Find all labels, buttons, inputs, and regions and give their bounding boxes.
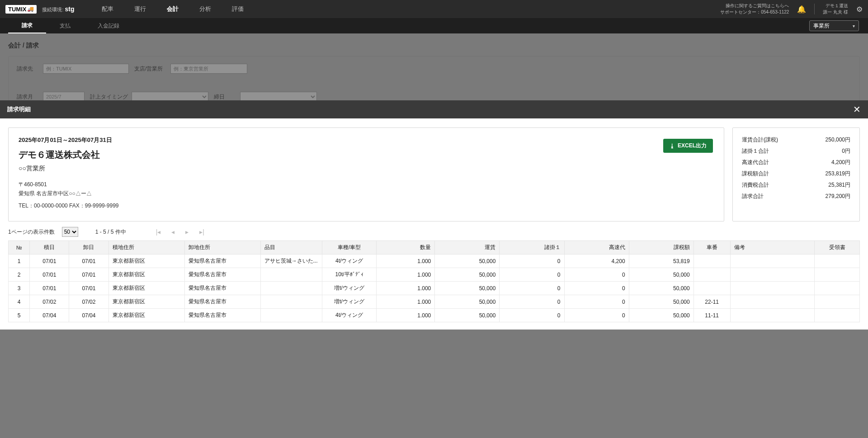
user-name: 源一 丸夫 様 (823, 9, 848, 15)
office-dropdown[interactable]: 事業所 ▾ (809, 20, 859, 31)
date-range: 2025年07月01日～2025年07月31日 (19, 136, 714, 144)
total-value: 25,381円 (828, 181, 850, 189)
cell-tax: 50,000 (629, 309, 693, 322)
cell-unload: 07/01 (69, 254, 108, 268)
tab-nyukin[interactable]: 入金記録 (84, 18, 133, 33)
cell-note (730, 268, 815, 282)
nav-haisha[interactable]: 配車 (102, 5, 113, 13)
table-row[interactable]: 207/0107/01東京都新宿区愛知県名古屋市10t/平ﾎﾞﾃﾞｨ1.0005… (9, 268, 860, 282)
cell-rcpt (815, 282, 860, 295)
office-dropdown-label: 事業所 (813, 22, 830, 30)
col-car: 車種/車型 (322, 241, 376, 254)
support-info: 操作に関するご質問はこちらへ サポートセンター：054-653-1122 (720, 3, 789, 15)
cell-from: 東京都新宿区 (108, 309, 184, 322)
cell-toll: 0 (564, 309, 629, 322)
subbar-right: 事業所 ▾ (809, 20, 859, 31)
total-label: 請求合計 (742, 193, 764, 200)
total-value: 0円 (842, 147, 850, 155)
env-value: stg (65, 5, 75, 13)
cell-note (730, 282, 815, 295)
cell-ext: 0 (500, 254, 564, 268)
cell-item (260, 295, 322, 309)
env-text: 接続環境: (42, 7, 65, 12)
cell-note (730, 295, 815, 309)
cell-qty: 1.000 (376, 254, 434, 268)
total-row: 高速代合計4,200円 (742, 157, 850, 168)
topbar: TUMIX 🚚 接続環境: stg 配車 運行 会計 分析 評価 操作に関するご… (0, 0, 868, 18)
col-no: № (9, 241, 30, 254)
total-label: 課税額合計 (742, 170, 769, 178)
cell-plate: 11-11 (693, 309, 730, 322)
nav-kaikei[interactable]: 会計 (167, 5, 179, 13)
total-row: 課税額合計253,819円 (742, 168, 850, 179)
excel-export-button[interactable]: ⭳ EXCEL出力 (663, 139, 713, 153)
cell-ext: 0 (500, 295, 564, 309)
pager-range: 1 - 5 / 5 件中 (95, 228, 126, 236)
cell-unload: 07/02 (69, 295, 108, 309)
table-row[interactable]: 407/0207/02東京都新宿区愛知県名古屋市増t/ウィング1.00050,0… (9, 295, 860, 309)
pager-first-icon[interactable]: |◂ (156, 228, 161, 235)
cell-note (730, 309, 815, 322)
pager-next-icon[interactable]: ▸ (185, 228, 189, 235)
cell-tax: 50,000 (629, 295, 693, 309)
cell-qty: 1.000 (376, 295, 434, 309)
per-page-select[interactable]: 50 (62, 227, 78, 237)
col-load: 積日 (30, 241, 69, 254)
per-page-label: 1ページの表示件数 (8, 228, 55, 236)
address-block: 〒460-8501 愛知県 名古屋市中区○○△ー△ TEL：00-0000-00… (19, 180, 714, 210)
table-head: № 積日 卸日 積地住所 卸地住所 品目 車種/車型 数量 運賃 諸掛１ 高速代… (9, 241, 860, 254)
cell-to: 愛知県名古屋市 (184, 295, 260, 309)
tab-shiharai[interactable]: 支払 (46, 18, 84, 33)
total-row: 消費税合計25,381円 (742, 179, 850, 191)
logo-text: TUMIX (8, 6, 26, 13)
col-to: 卸地住所 (184, 241, 260, 254)
table-row[interactable]: 507/0407/04東京都新宿区愛知県名古屋市4t/ウィング1.00050,0… (9, 309, 860, 322)
table-row[interactable]: 307/0107/01東京都新宿区愛知県名古屋市増t/ウィング1.00050,0… (9, 282, 860, 295)
cell-load: 07/01 (30, 282, 69, 295)
cell-ext: 0 (500, 268, 564, 282)
cell-plate (693, 268, 730, 282)
cell-car: 4t/ウィング (322, 254, 376, 268)
subbar: 請求 支払 入金記録 事業所 ▾ (0, 18, 868, 33)
pager-prev-icon[interactable]: ◂ (171, 228, 175, 235)
cell-rcpt (815, 268, 860, 282)
cell-item: アサヒ茨城→さいた... (260, 254, 322, 268)
topbar-right: 操作に関するご質問はこちらへ サポートセンター：054-653-1122 🔔 デ… (720, 3, 863, 15)
cell-to: 愛知県名古屋市 (184, 254, 260, 268)
cell-qty: 1.000 (376, 282, 434, 295)
nav-unko[interactable]: 運行 (134, 5, 146, 13)
cell-no: 4 (9, 295, 30, 309)
telfax: TEL：00-0000-0000 FAX：99-9999-9999 (19, 201, 714, 210)
nav-bunseki[interactable]: 分析 (199, 5, 211, 13)
modal-header: 請求明細 ✕ (0, 100, 868, 118)
nav-hyoka[interactable]: 評価 (232, 5, 244, 13)
close-icon[interactable]: ✕ (853, 104, 861, 115)
cell-item (260, 282, 322, 295)
col-toll: 高速代 (564, 241, 629, 254)
env-label: 接続環境: stg (42, 5, 74, 13)
table-row[interactable]: 107/0107/01東京都新宿区愛知県名古屋市アサヒ茨城→さいた...4t/ウ… (9, 254, 860, 268)
pager-last-icon[interactable]: ▸| (199, 228, 204, 235)
cell-unload: 07/01 (69, 282, 108, 295)
table-body: 107/0107/01東京都新宿区愛知県名古屋市アサヒ茨城→さいた...4t/ウ… (9, 254, 860, 322)
cell-from: 東京都新宿区 (108, 295, 184, 309)
cell-toll: 4,200 (564, 254, 629, 268)
cell-toll: 0 (564, 268, 629, 282)
cell-fare: 50,000 (435, 268, 500, 282)
cell-ext: 0 (500, 309, 564, 322)
tab-seikyu[interactable]: 請求 (8, 18, 46, 33)
bell-icon[interactable]: 🔔 (797, 5, 806, 14)
cell-fare: 50,000 (435, 295, 500, 309)
cell-load: 07/01 (30, 254, 69, 268)
cell-item (260, 268, 322, 282)
excel-btn-label: EXCEL出力 (678, 142, 707, 150)
col-qty: 数量 (376, 241, 434, 254)
col-fare: 運賃 (435, 241, 500, 254)
total-row: 運賃合計(課税)250,000円 (742, 134, 850, 146)
total-label: 諸掛１合計 (742, 147, 769, 155)
total-value: 279,200円 (826, 193, 850, 200)
gear-icon[interactable]: ⚙ (856, 5, 863, 14)
total-label: 運賃合計(課税) (742, 136, 778, 144)
chevron-down-icon: ▾ (853, 24, 855, 28)
total-row: 請求合計279,200円 (742, 191, 850, 202)
